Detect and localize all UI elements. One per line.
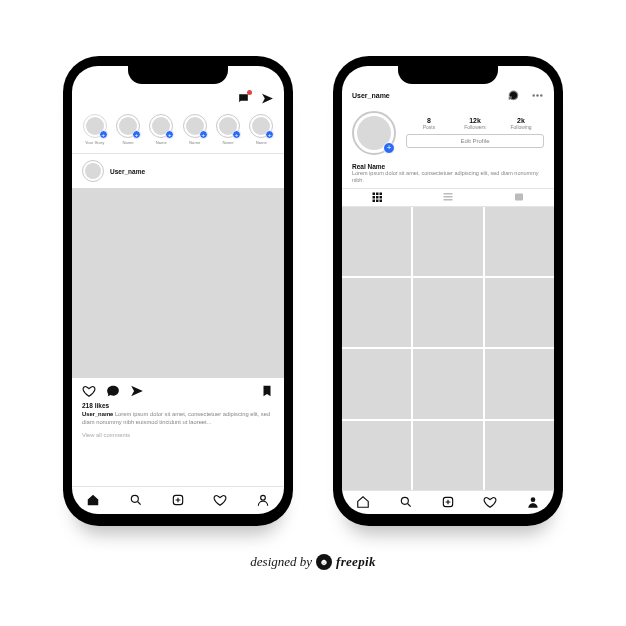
device-notch xyxy=(128,66,228,84)
tab-activity[interactable] xyxy=(213,493,227,509)
profile-username[interactable]: User_name xyxy=(352,92,390,99)
grid-cell[interactable] xyxy=(413,349,482,418)
post-avatar[interactable] xyxy=(82,160,104,182)
grid-cell[interactable] xyxy=(485,207,554,276)
story-badge-icon: + xyxy=(232,130,241,139)
phone-feed: + Your Story + Name + Name + Name + Na xyxy=(63,56,293,526)
post-header[interactable]: User_name xyxy=(72,154,284,188)
post-username[interactable]: User_name xyxy=(110,168,145,175)
tab-add[interactable] xyxy=(441,495,455,511)
add-story-icon[interactable]: + xyxy=(383,142,395,154)
svg-rect-10 xyxy=(376,196,379,199)
profile-real-name: Real Name xyxy=(352,163,544,170)
like-count[interactable]: 218 likes xyxy=(72,402,284,409)
story-label: Your Story xyxy=(85,140,104,145)
stat-followers[interactable]: 12k Followers xyxy=(456,117,494,130)
svg-rect-17 xyxy=(444,199,453,201)
story-your-story[interactable]: + Your Story xyxy=(80,114,109,145)
add-story-icon[interactable]: + xyxy=(99,130,108,139)
stat-following[interactable]: 2k Following xyxy=(502,117,540,130)
refresh-icon[interactable] xyxy=(506,89,520,103)
profile-avatar[interactable]: + xyxy=(352,111,396,155)
grid-cell[interactable] xyxy=(485,421,554,490)
grid-cell[interactable] xyxy=(342,207,411,276)
tab-search[interactable] xyxy=(129,493,143,509)
grid-cell[interactable] xyxy=(485,349,554,418)
attribution-brand: freepik xyxy=(336,554,376,570)
attribution: designed by ☻ freepik xyxy=(250,554,375,570)
svg-point-4 xyxy=(536,95,538,97)
story-label: Name xyxy=(189,140,200,145)
story-badge-icon: + xyxy=(265,130,274,139)
tab-bar xyxy=(342,490,554,514)
svg-point-20 xyxy=(401,497,408,504)
tab-search[interactable] xyxy=(399,495,413,511)
story-item[interactable]: + Name xyxy=(180,114,209,145)
story-item[interactable]: + Name xyxy=(213,114,242,145)
comment-icon[interactable] xyxy=(106,384,120,400)
tab-add[interactable] xyxy=(171,493,185,509)
device-notch xyxy=(398,66,498,84)
tab-profile[interactable] xyxy=(256,493,270,509)
post-actions xyxy=(72,378,284,402)
bookmark-icon[interactable] xyxy=(260,384,274,400)
svg-rect-7 xyxy=(376,193,379,196)
profile-bio-text: Lorem ipsum dolor sit amet, consectetuer… xyxy=(352,170,544,184)
feed-header xyxy=(72,88,284,108)
story-label: Name xyxy=(256,140,267,145)
edit-profile-button[interactable]: Edit Profile xyxy=(406,134,544,148)
svg-rect-12 xyxy=(373,200,376,203)
profile-bio: Real Name Lorem ipsum dolor sit amet, co… xyxy=(342,159,554,188)
profile-grid xyxy=(342,207,554,490)
svg-rect-14 xyxy=(380,200,383,203)
stat-label: Following xyxy=(502,125,540,131)
story-badge-icon: + xyxy=(165,130,174,139)
tab-home[interactable] xyxy=(86,493,100,509)
tab-tagged[interactable] xyxy=(483,189,554,206)
grid-cell[interactable] xyxy=(342,349,411,418)
story-badge-icon: + xyxy=(132,130,141,139)
svg-point-22 xyxy=(530,497,535,502)
grid-cell[interactable] xyxy=(485,278,554,347)
stats-row: 8 Posts 12k Followers 2k Following xyxy=(406,117,544,130)
grid-cell[interactable] xyxy=(413,278,482,347)
story-label: Name xyxy=(222,140,233,145)
grid-cell[interactable] xyxy=(413,207,482,276)
grid-cell[interactable] xyxy=(342,421,411,490)
like-icon[interactable] xyxy=(82,384,96,400)
tab-activity[interactable] xyxy=(483,495,497,511)
tab-profile[interactable] xyxy=(526,495,540,511)
svg-point-0 xyxy=(131,495,138,502)
tab-list[interactable] xyxy=(413,189,484,206)
profile-tabs xyxy=(342,188,554,207)
profile-top: + 8 Posts 12k Followers 2k xyxy=(342,105,554,159)
phone-profile: User_name + 8 Posts xyxy=(333,56,563,526)
stat-posts[interactable]: 8 Posts xyxy=(410,117,448,130)
grid-cell[interactable] xyxy=(413,421,482,490)
svg-point-2 xyxy=(260,495,265,500)
svg-rect-11 xyxy=(380,196,383,199)
story-item[interactable]: + Name xyxy=(113,114,142,145)
svg-rect-13 xyxy=(376,200,379,203)
view-comments-link[interactable]: View all comments xyxy=(72,428,284,444)
post-image[interactable] xyxy=(72,188,284,378)
profile-header: User_name xyxy=(342,85,554,105)
menu-icon[interactable] xyxy=(530,89,544,103)
story-item[interactable]: + Name xyxy=(247,114,276,145)
svg-rect-16 xyxy=(444,196,453,198)
story-label: Name xyxy=(122,140,133,145)
svg-rect-15 xyxy=(444,193,453,195)
tab-bar xyxy=(72,486,284,514)
stat-label: Followers xyxy=(456,125,494,131)
grid-cell[interactable] xyxy=(342,278,411,347)
direct-icon[interactable] xyxy=(260,91,274,105)
tab-grid[interactable] xyxy=(342,189,413,206)
story-item[interactable]: + Name xyxy=(147,114,176,145)
attribution-pre: designed by xyxy=(250,554,312,570)
tab-home[interactable] xyxy=(356,495,370,511)
post-caption: User_name Lorem ipsum dolor sit amet, co… xyxy=(72,409,284,428)
caption-username[interactable]: User_name xyxy=(82,411,113,417)
share-icon[interactable] xyxy=(130,384,144,400)
stat-label: Posts xyxy=(410,125,448,131)
activity-icon[interactable] xyxy=(236,91,250,105)
